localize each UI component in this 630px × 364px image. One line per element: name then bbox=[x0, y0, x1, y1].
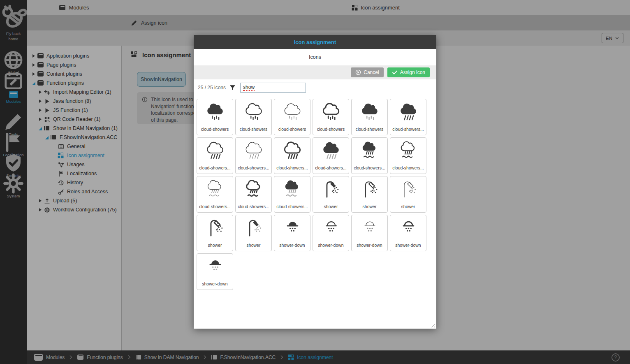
icon-tile-label: cloud-showers bbox=[313, 127, 349, 132]
icon-tile[interactable]: cloud-showers... bbox=[313, 137, 349, 174]
shower-icon bbox=[360, 179, 379, 198]
icon-tile-label: cloud-showers... bbox=[236, 165, 271, 170]
icon-tile[interactable]: shower bbox=[197, 215, 233, 251]
icon-tile-label: cloud-showers... bbox=[274, 204, 310, 209]
shower-down-icon bbox=[322, 218, 340, 237]
cloud-showers-icon bbox=[360, 102, 379, 121]
icon-tile-label: cloud-showers... bbox=[352, 165, 387, 170]
icon-count-label: 25 / 25 icons bbox=[198, 85, 226, 90]
icon-tile-label: cloud-showers... bbox=[390, 165, 426, 170]
icon-grid: cloud-showers cloud-showers cloud-shower… bbox=[194, 96, 436, 329]
cloud-showers-icon bbox=[206, 102, 225, 121]
icon-tile[interactable]: shower-down bbox=[390, 215, 426, 251]
cloud-showers-water-icon bbox=[360, 141, 379, 160]
icon-tile-label: shower bbox=[352, 204, 387, 209]
app-window: Modules Icon assignment Assign icon EN F… bbox=[0, 0, 630, 364]
icon-tile[interactable]: cloud-showers bbox=[235, 99, 272, 135]
icon-tile[interactable]: shower bbox=[235, 215, 272, 251]
shower-icon bbox=[206, 218, 225, 237]
icon-tile[interactable]: cloud-showers... bbox=[274, 137, 310, 174]
icon-tile[interactable]: cloud-showers... bbox=[390, 99, 426, 135]
icon-tile[interactable]: shower bbox=[351, 176, 388, 213]
icon-tile-label: shower-down bbox=[313, 243, 349, 248]
icon-tile-label: cloud-showers... bbox=[274, 165, 310, 170]
icon-tile-label: cloud-showers bbox=[197, 127, 233, 132]
icon-tile[interactable]: cloud-showers... bbox=[197, 137, 233, 174]
assign-icon-button[interactable]: Assign icon bbox=[387, 67, 430, 77]
dialog-title: Icon assignment bbox=[294, 39, 336, 45]
icon-assignment-dialog: Icon assignment Icons Cancel Assign icon… bbox=[194, 35, 436, 329]
circle-x-icon bbox=[355, 70, 361, 75]
dialog-titlebar[interactable]: Icon assignment bbox=[194, 35, 436, 49]
dialog-toolbar: Cancel Assign icon bbox=[194, 65, 436, 79]
icon-tile-label: cloud-showers... bbox=[197, 165, 233, 170]
cancel-button[interactable]: Cancel bbox=[351, 67, 383, 77]
icon-tile[interactable]: cloud-showers... bbox=[390, 137, 426, 174]
icon-tile[interactable]: cloud-showers... bbox=[235, 137, 272, 174]
cloud-showers-water-icon bbox=[399, 141, 418, 160]
icon-tile-label: shower-down bbox=[352, 243, 387, 248]
filter-icon[interactable] bbox=[229, 85, 236, 91]
icon-tile[interactable]: cloud-showers... bbox=[351, 137, 388, 174]
icon-tile-label: shower bbox=[197, 243, 233, 248]
cloud-showers-water-icon bbox=[206, 179, 225, 198]
dialog-subtitle: Icons bbox=[194, 49, 436, 65]
shower-down-icon bbox=[360, 218, 379, 237]
cloud-showers-heavy-icon bbox=[283, 141, 302, 160]
cloud-showers-icon bbox=[322, 102, 340, 121]
icon-tile-label: cloud-showers bbox=[352, 127, 387, 132]
icon-tile-label: shower bbox=[236, 243, 271, 248]
icon-tile[interactable]: shower-down bbox=[351, 215, 388, 251]
shower-down-icon bbox=[399, 218, 418, 237]
icon-tile[interactable]: cloud-showers... bbox=[197, 176, 233, 213]
icon-tile-label: shower-down bbox=[197, 281, 233, 286]
icon-tile[interactable]: shower-down bbox=[197, 253, 233, 290]
icon-tile[interactable]: shower bbox=[390, 176, 426, 213]
icon-search-input[interactable]: show bbox=[240, 83, 306, 93]
icon-tile[interactable]: cloud-showers... bbox=[274, 176, 310, 213]
icon-tile-label: shower bbox=[313, 204, 349, 209]
shower-icon bbox=[399, 179, 418, 198]
shower-icon bbox=[244, 218, 263, 237]
icon-tile-label: cloud-showers... bbox=[390, 127, 426, 132]
icon-tile-label: cloud-showers bbox=[236, 127, 271, 132]
cloud-showers-heavy-icon bbox=[206, 141, 225, 160]
icon-tile-label: cloud-showers... bbox=[236, 204, 271, 209]
icon-tile[interactable]: cloud-showers bbox=[351, 99, 388, 135]
cloud-showers-heavy-icon bbox=[322, 141, 340, 160]
resize-handle-icon[interactable] bbox=[430, 322, 435, 327]
icon-tile-label: shower-down bbox=[390, 243, 426, 248]
icon-tile[interactable]: cloud-showers bbox=[313, 99, 349, 135]
icon-tile[interactable]: cloud-showers... bbox=[235, 176, 272, 213]
cloud-showers-heavy-icon bbox=[244, 141, 263, 160]
icon-tile-label: shower bbox=[390, 204, 426, 209]
cloud-showers-water-icon bbox=[283, 179, 302, 198]
icon-tile[interactable]: shower bbox=[313, 176, 349, 213]
check-icon bbox=[392, 70, 398, 75]
icon-tile[interactable]: shower-down bbox=[274, 215, 310, 251]
shower-icon bbox=[322, 179, 340, 198]
cloud-showers-heavy-icon bbox=[399, 102, 418, 121]
icon-tile-label: shower-down bbox=[274, 243, 310, 248]
cloud-showers-icon bbox=[244, 102, 263, 121]
icon-tile-label: cloud-showers... bbox=[313, 165, 349, 170]
search-value: show bbox=[243, 84, 255, 91]
icon-tile-label: cloud-showers... bbox=[197, 204, 233, 209]
cloud-showers-water-icon bbox=[244, 179, 263, 198]
shower-down-icon bbox=[206, 257, 225, 276]
shower-down-icon bbox=[283, 218, 302, 237]
icon-tile-label: cloud-showers bbox=[274, 127, 310, 132]
icon-tile[interactable]: cloud-showers bbox=[197, 99, 233, 135]
icon-tile[interactable]: cloud-showers bbox=[274, 99, 310, 135]
icon-tile[interactable]: shower-down bbox=[313, 215, 349, 251]
cloud-showers-icon bbox=[283, 102, 302, 121]
filter-row: 25 / 25 icons show bbox=[194, 79, 436, 96]
